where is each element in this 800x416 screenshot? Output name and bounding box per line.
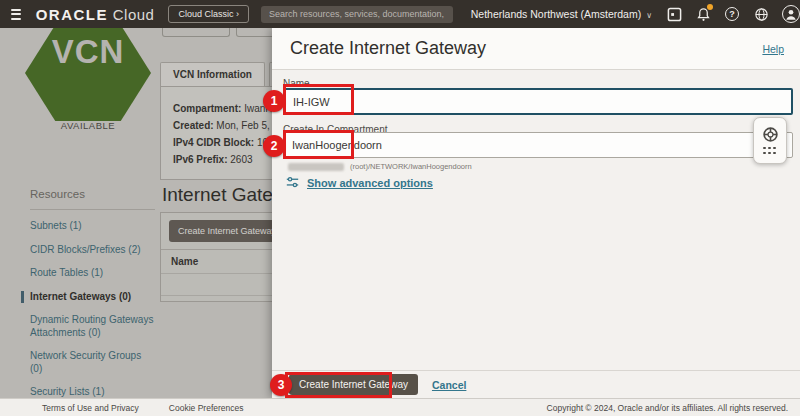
compartment-select[interactable]: IwanHoogendoorn <box>283 132 793 158</box>
language-globe-icon[interactable] <box>753 6 769 22</box>
life-ring-icon <box>762 126 779 143</box>
topbar-icons: ? <box>666 5 800 23</box>
annotation-box-2 <box>283 130 354 159</box>
search-input[interactable] <box>261 6 453 23</box>
notification-badge <box>707 4 713 10</box>
oracle-cloud-console: VCN AVAILABLE VCN Information Tags Compa… <box>0 0 800 416</box>
dialog-title: Create Internet Gateway <box>290 38 762 59</box>
show-advanced-options-link[interactable]: Show advanced options <box>307 177 433 189</box>
chevron-down-icon: ∨ <box>646 11 652 20</box>
dots-grid-icon <box>763 147 777 156</box>
top-navigation-bar: ORACLE Cloud Cloud Classic › Netherlands… <box>0 0 800 28</box>
terms-link[interactable]: Terms of Use and Privacy <box>42 403 139 413</box>
cloud-shell-icon[interactable] <box>666 6 682 22</box>
oracle-cloud-logo[interactable]: ORACLE Cloud <box>36 6 155 23</box>
compartment-path-hint: (root)/NETWORK/IwanHoogendoorn <box>350 162 472 171</box>
name-input[interactable] <box>283 88 793 115</box>
page-footer: Terms of Use and Privacy Cookie Preferen… <box>0 398 800 416</box>
annotation-step-2: 2 <box>263 135 285 157</box>
annotation-box-3 <box>285 372 392 398</box>
copyright-text: Copyright © 2024, Oracle and/or its affi… <box>547 403 788 413</box>
help-link[interactable]: Help <box>762 43 784 55</box>
region-selector[interactable]: Netherlands Northwest (Amsterdam)∨ <box>471 8 652 20</box>
help-icon[interactable]: ? <box>724 6 740 22</box>
user-profile-icon[interactable] <box>782 5 800 23</box>
notifications-icon[interactable] <box>695 6 711 22</box>
menu-icon[interactable] <box>11 9 21 20</box>
cookie-preferences-link[interactable]: Cookie Preferences <box>169 403 244 413</box>
redacted-tenancy-name <box>288 163 344 171</box>
dialog-header: Create Internet Gateway Help <box>272 28 800 70</box>
annotation-box-1 <box>283 84 354 115</box>
advanced-options-row[interactable]: Show advanced options <box>286 176 433 189</box>
cloud-classic-button[interactable]: Cloud Classic › <box>168 5 249 23</box>
cancel-link[interactable]: Cancel <box>432 379 466 391</box>
sliders-icon <box>286 176 299 189</box>
annotation-step-1: 1 <box>263 90 285 112</box>
floating-helper-widget[interactable] <box>753 117 787 164</box>
